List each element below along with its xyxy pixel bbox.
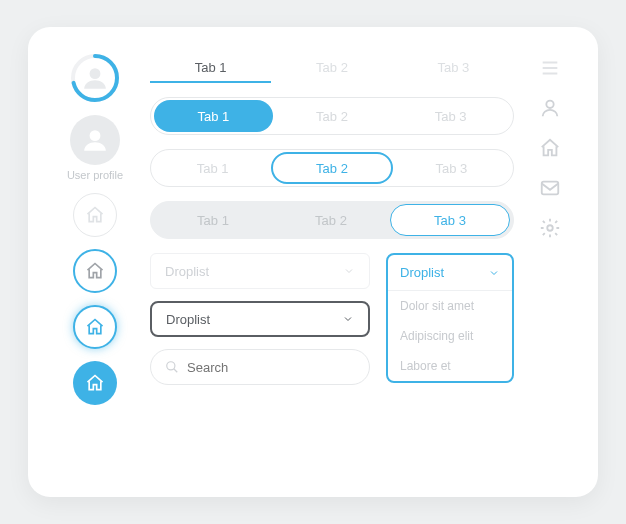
tab-pill-outline-1[interactable]: Tab 1 [154,152,271,184]
tab-underline-3[interactable]: Tab 3 [393,53,514,83]
user-icon[interactable] [539,97,561,119]
middle-column: Tab 1 Tab 2 Tab 3 Tab 1 Tab 2 Tab 3 Tab … [150,53,514,477]
svg-point-2 [90,68,101,79]
home-icon[interactable] [539,137,561,159]
chevron-down-icon [343,265,355,277]
svg-rect-6 [542,182,559,195]
chevron-down-icon [488,267,500,279]
right-icon-bar [524,53,576,477]
avatar-progress[interactable] [70,53,120,103]
tab-pill-solid-2[interactable]: Tab 2 [273,100,392,132]
mail-icon[interactable] [539,177,561,199]
avatar-placeholder[interactable] [70,115,120,165]
tab-underline-2[interactable]: Tab 2 [271,53,392,83]
svg-point-7 [547,225,553,231]
avatar-icon [82,65,108,91]
droplist-item[interactable]: Dolor sit amet [388,291,512,321]
droplists-row: Droplist Droplist Droplist [150,253,514,385]
droplist-open[interactable]: Droplist Dolor sit amet Adipiscing elit … [386,253,514,383]
ui-kit-panel: User profile Tab 1 Tab 2 Ta [28,27,598,497]
home-icon [85,205,105,225]
tab-pill-gray-3[interactable]: Tab 3 [390,204,510,236]
svg-point-5 [546,101,553,108]
droplist-item[interactable]: Adipiscing elit [388,321,512,351]
tabs-underline: Tab 1 Tab 2 Tab 3 [150,53,514,83]
tabs-pills-outline: Tab 1 Tab 2 Tab 3 [150,149,514,187]
home-button-outline[interactable] [73,249,117,293]
tab-pill-solid-3[interactable]: Tab 3 [391,100,510,132]
svg-point-4 [167,362,175,370]
tab-pill-outline-2[interactable]: Tab 2 [271,152,392,184]
tab-pill-gray-2[interactable]: Tab 2 [272,204,390,236]
user-profile-label: User profile [67,169,123,181]
menu-icon[interactable] [539,57,561,79]
tabs-pills-gray: Tab 1 Tab 2 Tab 3 [150,201,514,239]
droplist-label: Droplist [165,264,209,279]
chevron-down-icon [342,313,354,325]
tabs-pills-solid: Tab 1 Tab 2 Tab 3 [150,97,514,135]
search-input[interactable] [150,349,370,385]
droplist-label: Droplist [400,265,444,280]
home-button-solid[interactable] [73,361,117,405]
search-icon [165,360,179,374]
tab-pill-outline-3[interactable]: Tab 3 [393,152,510,184]
home-icon [85,261,105,281]
tab-pill-solid-1[interactable]: Tab 1 [154,100,273,132]
avatar-icon [82,127,108,153]
left-column: User profile [50,53,140,477]
droplist-label: Droplist [166,312,210,327]
home-button-glow[interactable] [73,305,117,349]
tab-underline-1[interactable]: Tab 1 [150,53,271,83]
svg-point-3 [90,130,101,141]
home-icon [85,373,105,393]
droplist-bold[interactable]: Droplist [150,301,370,337]
tab-pill-gray-1[interactable]: Tab 1 [154,204,272,236]
search-field[interactable] [187,360,355,375]
droplist-ghost[interactable]: Droplist [150,253,370,289]
home-icon [85,317,105,337]
droplist-open-header[interactable]: Droplist [388,255,512,291]
gear-icon[interactable] [539,217,561,239]
droplist-item[interactable]: Labore et [388,351,512,381]
home-button-ghost[interactable] [73,193,117,237]
